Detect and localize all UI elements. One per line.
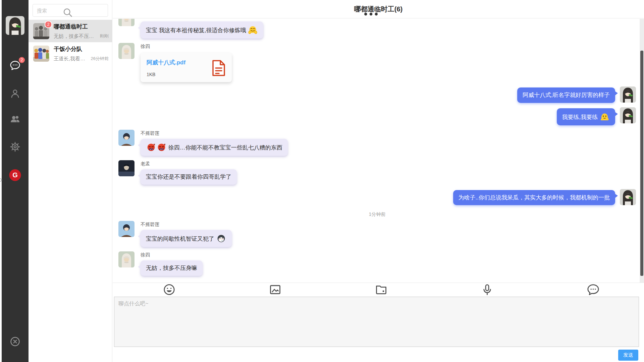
message-bubble[interactable]: 宝宝 我这有本祖传秘笈,很适合你修炼哦 [141, 21, 263, 39]
message-text: 阿威十八式,听名字就好厉害的样子 [523, 92, 610, 98]
sender-name: 不摇碧莲 [141, 222, 159, 228]
composer-toolbar [113, 283, 644, 296]
message-bubble[interactable]: 阿威十八式,听名字就好厉害的样子 [517, 87, 615, 103]
message-row: 老孟宝宝你还是不要跟着你四哥乱学了 [118, 160, 636, 185]
hugging-face-emoji [248, 25, 258, 35]
melting-face-emoji [600, 112, 609, 122]
sidebar-item-contacts[interactable] [9, 88, 21, 99]
message-input[interactable] [114, 297, 639, 347]
chat-time: 刚刚 [100, 33, 109, 39]
message-input-box [114, 297, 639, 347]
send-button[interactable]: 发送 [618, 350, 638, 361]
file-size: 1KB [147, 72, 185, 77]
self-avatar[interactable] [118, 19, 135, 26]
sender-name: 不摇碧莲 [141, 130, 159, 136]
group-avatar [33, 46, 49, 62]
message-bubble[interactable]: 宝宝你还是不要跟着你四哥乱学了 [141, 169, 237, 185]
logo-letter: G [12, 171, 18, 179]
conversation-header: 哪都通临时工(6) [113, 0, 644, 18]
gear-icon [9, 141, 21, 153]
chat-list-item[interactable]: 2 哪都通临时工 无妨，技多不压身嘛 刚刚 [29, 20, 112, 42]
last-message: 无妨，技多不压身嘛 [54, 33, 98, 40]
scrollbar-track [640, 19, 644, 283]
message-bubble[interactable]: 徐四…你能不能不教宝宝一些乱七八糟的东西 [141, 139, 288, 156]
不摇碧莲-avatar[interactable] [118, 130, 135, 146]
chat-app: 2 G 2 [0, 0, 644, 362]
sidebar-item-groups[interactable] [9, 113, 21, 124]
chat-history-icon[interactable] [542, 283, 644, 296]
user-avatar[interactable] [6, 16, 24, 35]
conversation-list-panel: 2 哪都通临时工 无妨，技多不压身嘛 刚刚 干饭小分队 王道长,我看你才… 26… [29, 0, 112, 362]
message-text: 徐四…你能不能不教宝宝一些乱七八糟的东西 [167, 144, 282, 151]
search-icon[interactable] [30, 6, 105, 18]
sender-name: 老孟 [141, 161, 150, 167]
time-divider: 1分钟前 [369, 212, 386, 218]
message-bubble[interactable]: 为啥子..你们总说我呆瓜，其实大多的时候，我都机制的一批 [453, 190, 615, 205]
老孟-avatar[interactable] [118, 160, 135, 176]
message-row: 不摇碧莲宝宝的间歇性机智证又犯了 [118, 221, 636, 247]
message-text: 我要练,我要练 [562, 114, 599, 120]
collapse-chevron-icon[interactable] [0, 178, 2, 182]
scrollbar-thumb[interactable] [640, 51, 643, 276]
app-sidebar: 2 G [2, 0, 29, 362]
group-icon [9, 113, 21, 124]
message-text: 宝宝 我这有本祖传秘笈,很适合你修炼哦 [146, 27, 248, 34]
microphone-icon[interactable] [436, 283, 538, 296]
chat-time: 26分钟前 [91, 56, 109, 62]
file-attachment-card[interactable]: 阿威十八式.pdf1KB [141, 53, 232, 82]
徐四-avatar[interactable] [118, 251, 135, 267]
penguin-emoji [216, 234, 226, 243]
gitee-logo[interactable]: G [9, 169, 21, 181]
sidebar-item-settings[interactable] [9, 141, 21, 153]
message-bubble[interactable]: 我要练,我要练 [557, 108, 615, 125]
message-row: 我要练,我要练 [118, 107, 636, 125]
pdf-file-icon [212, 60, 226, 76]
search-row [29, 0, 112, 20]
chat-title: 干饭小分队 [54, 45, 109, 53]
composer-footer: 发送 [113, 347, 644, 362]
message-row: 不摇碧莲 徐四…你能不能不教宝宝一些乱七八糟的东西 [118, 130, 636, 156]
sidebar-unread-badge: 2 [19, 57, 25, 63]
self-avatar[interactable] [620, 107, 636, 123]
message-row: 徐四阿威十八式.pdf1KB [118, 43, 636, 82]
chat-list-item[interactable]: 干饭小分队 王道长,我看你才… 26分钟前 [29, 42, 112, 65]
last-message: 王道长,我看你才… [54, 56, 89, 62]
message-text: 宝宝的间歇性机智证又犯了 [146, 236, 216, 242]
徐四-avatar[interactable] [118, 43, 135, 59]
person-icon [9, 88, 21, 99]
logout-button[interactable] [9, 336, 21, 347]
chat-title: 哪都通临时工 [54, 23, 109, 31]
enraged-face-emoji [146, 142, 156, 152]
close-circle-icon [9, 336, 21, 347]
file-name[interactable]: 阿威十八式.pdf [147, 59, 185, 66]
sender-name: 徐四 [141, 44, 150, 50]
不摇碧莲-avatar[interactable] [118, 221, 135, 237]
message-bubble[interactable]: 宝宝的间歇性机智证又犯了 [141, 230, 232, 247]
self-avatar[interactable] [620, 189, 636, 205]
message-row: 阿威十八式,听名字就好厉害的样子 [118, 86, 636, 103]
message-row: 徐四无妨，技多不压身嘛 [118, 251, 636, 276]
sidebar-item-chats[interactable]: 2 [9, 60, 21, 71]
file-upload-icon[interactable] [330, 283, 432, 296]
message-text: 宝宝你还是不要跟着你四哥乱学了 [146, 174, 231, 180]
enraged-face-emoji [157, 142, 166, 152]
message-text: 为啥子..你们总说我呆瓜，其实大多的时候，我都机制的一批 [459, 194, 610, 201]
emoji-picker-icon[interactable] [118, 283, 220, 296]
message-row: 宝宝 我这有本祖传秘笈,很适合你修炼哦 [118, 19, 636, 39]
search-box [33, 4, 108, 17]
message-list: 宝宝 我这有本祖传秘笈,很适合你修炼哦 徐四阿威十八式.pdf1KB阿威十八式,… [113, 19, 644, 283]
self-avatar[interactable] [620, 86, 636, 103]
unread-badge: 2 [45, 21, 52, 28]
sender-name: 徐四 [141, 252, 150, 258]
message-bubble[interactable]: 无妨，技多不压身嘛 [141, 260, 203, 276]
message-text: 无妨，技多不压身嘛 [146, 265, 197, 271]
image-upload-icon[interactable] [224, 283, 326, 296]
message-row: 为啥子..你们总说我呆瓜，其实大多的时候，我都机制的一批 [118, 189, 636, 205]
